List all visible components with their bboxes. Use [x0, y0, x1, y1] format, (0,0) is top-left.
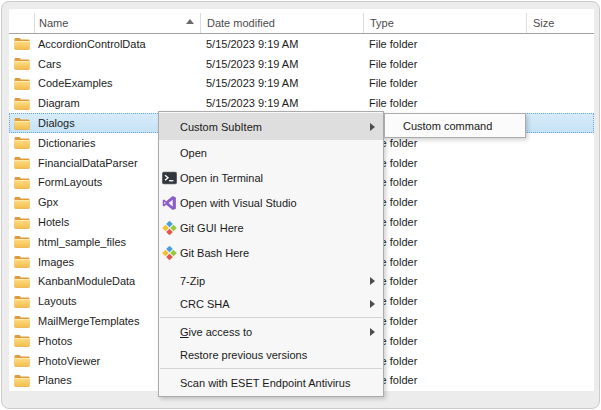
folder-icon	[9, 156, 34, 169]
context-menu-item-open-with-visual-studio[interactable]: Open with Visual Studio	[159, 190, 383, 215]
file-row[interactable]: CodeExamples 5/15/2023 9:19 AM File fold…	[9, 74, 594, 94]
column-header-icon[interactable]	[9, 13, 34, 33]
file-date-modified: 5/15/2023 9:19 AM	[200, 77, 363, 89]
submenu-arrow-icon	[370, 123, 375, 131]
file-type: File folder	[363, 196, 526, 208]
file-type: File folder	[363, 374, 526, 386]
submenu-arrow-icon	[370, 277, 375, 285]
folder-icon	[9, 334, 34, 347]
folder-icon	[9, 136, 34, 149]
folder-icon	[9, 374, 34, 387]
context-menu: Custom SubItem Open Open in Terminal Ope…	[158, 111, 384, 397]
folder-icon	[9, 196, 34, 209]
menu-separator	[160, 317, 382, 318]
context-menu-item-restore-previous-versions[interactable]: Restore previous versions	[159, 343, 383, 366]
context-menu-item-git-gui-here[interactable]: Git GUI Here	[159, 215, 383, 240]
file-type: File folder	[363, 216, 526, 228]
column-header-name-label: Name	[39, 17, 68, 29]
submenu-arrow-icon	[370, 300, 375, 308]
context-menu-item-custom-subitem[interactable]: Custom SubItem	[159, 113, 383, 140]
context-menu-item-scan-with-eset-endpoint-antivirus[interactable]: Scan with ESET Endpoint Antivirus	[159, 371, 383, 394]
file-type: File folder	[363, 157, 526, 169]
file-name: Cars	[34, 58, 200, 70]
file-row[interactable]: AccordionControlData 5/15/2023 9:19 AM F…	[9, 34, 594, 54]
folder-icon	[9, 295, 34, 308]
file-type: File folder	[363, 176, 526, 188]
column-header-name[interactable]: Name	[34, 13, 200, 33]
folder-icon	[9, 354, 34, 367]
file-date-modified: 5/15/2023 9:19 AM	[200, 38, 363, 50]
file-type: File folder	[363, 275, 526, 287]
folder-icon	[9, 117, 34, 130]
file-name: CodeExamples	[34, 77, 200, 89]
context-menu-item-open[interactable]: Open	[159, 140, 383, 165]
file-name: Diagram	[34, 97, 200, 109]
sort-ascending-icon	[186, 19, 194, 24]
column-header-date-label: Date modified	[207, 17, 275, 29]
file-type: File folder	[363, 295, 526, 307]
file-name: AccordionControlData	[34, 38, 200, 50]
context-menu-item-crc-sha[interactable]: CRC SHA	[159, 292, 383, 315]
column-header-date-modified[interactable]: Date modified	[200, 13, 363, 33]
file-type: File folder	[363, 335, 526, 347]
menu-item-custom-command[interactable]: Custom command	[385, 114, 525, 137]
folder-icon	[9, 37, 34, 50]
column-header-type-label: Type	[370, 17, 394, 29]
column-header-row: Name Date modified Type Size	[9, 13, 594, 34]
file-type: File folder	[363, 38, 526, 50]
folder-icon	[9, 97, 34, 110]
folder-icon	[9, 275, 34, 288]
terminal-icon	[161, 170, 177, 185]
git-icon	[161, 245, 177, 260]
column-header-size-label: Size	[533, 17, 554, 29]
app-background: Name Date modified Type Size AccordionCo…	[1, 1, 600, 409]
folder-icon	[9, 315, 34, 328]
file-date-modified: 5/15/2023 9:19 AM	[200, 97, 363, 109]
file-type: File folder	[363, 355, 526, 367]
folder-icon	[9, 77, 34, 90]
context-menu-item-open-in-terminal[interactable]: Open in Terminal	[159, 165, 383, 190]
column-header-type[interactable]: Type	[363, 13, 526, 33]
folder-icon	[9, 255, 34, 268]
context-menu-item-give-access-to[interactable]: Give access to	[159, 320, 383, 343]
file-type: File folder	[363, 256, 526, 268]
folder-icon	[9, 176, 34, 189]
file-row[interactable]: Cars 5/15/2023 9:19 AM File folder	[9, 54, 594, 74]
folder-icon	[9, 235, 34, 248]
column-header-size[interactable]: Size	[526, 13, 594, 33]
file-type: File folder	[363, 97, 526, 109]
submenu-arrow-icon	[370, 328, 375, 336]
file-type: File folder	[363, 137, 526, 149]
visual-studio-icon	[161, 195, 177, 210]
context-menu-item-git-bash-here[interactable]: Git Bash Here	[159, 240, 383, 265]
menu-separator	[160, 368, 382, 369]
file-type: File folder	[363, 315, 526, 327]
file-type: File folder	[363, 77, 526, 89]
folder-icon	[9, 57, 34, 70]
folder-icon	[9, 216, 34, 229]
context-submenu: Custom command	[384, 113, 526, 138]
file-type: File folder	[363, 236, 526, 248]
file-type: File folder	[363, 58, 526, 70]
file-date-modified: 5/15/2023 9:19 AM	[200, 58, 363, 70]
context-menu-item-7-zip[interactable]: 7-Zip	[159, 269, 383, 292]
git-icon	[161, 220, 177, 235]
